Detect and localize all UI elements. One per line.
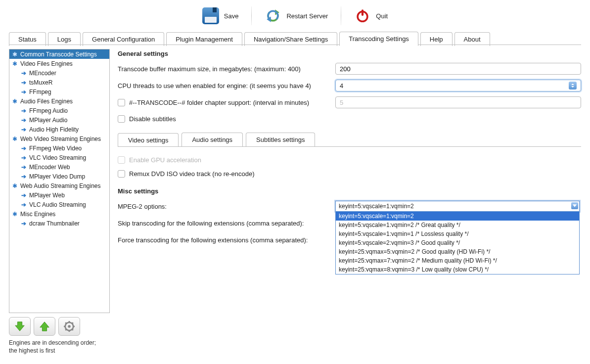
restart-label: Restart Server <box>286 12 328 20</box>
tree-label: Web Audio Streaming Engines <box>20 182 101 190</box>
subtab-subtitles-settings[interactable]: Subtitles settings <box>246 133 315 146</box>
gear-icon <box>64 321 75 332</box>
tree-label: MPlayer Audio <box>29 116 67 125</box>
tab-about[interactable]: About <box>454 32 490 46</box>
tree-item-vlc-audio-streaming[interactable]: ➔VLC Audio Streaming <box>9 200 109 209</box>
mpeg2-option-item[interactable]: keyint=5:vqscale=1:vqmin=1 /* Lossless q… <box>336 229 579 238</box>
mpeg2-option-item[interactable]: keyint=25:vqmax=7:vqmin=2 /* Medium qual… <box>336 256 579 265</box>
arrow-icon: ➔ <box>20 89 27 95</box>
mpeg2-option-item[interactable]: keyint=25:vqmax=8:vqmin=3 /* Low quality… <box>336 265 579 274</box>
cpu-threads-value: 4 <box>340 82 343 90</box>
arrow-icon: ➔ <box>20 145 27 152</box>
star-icon: ✱ <box>11 98 18 105</box>
cpu-threads-label: CPU threads to use when enabled for engi… <box>118 82 335 90</box>
tree-label: MPlayer Video Dump <box>29 172 85 181</box>
toolbar-separator <box>251 6 252 25</box>
main-tab-bar: Status Logs General Configuration Plugin… <box>0 30 590 46</box>
star-icon: ✱ <box>11 182 18 189</box>
disable-subtitles-checkbox[interactable] <box>118 115 125 123</box>
mpeg2-options-dropdown: keyint=5:vqscale=1:vqmin=2 keyint=5:vqsc… <box>335 211 580 274</box>
svg-line-14 <box>65 329 67 330</box>
subtab-video-settings[interactable]: Video settings <box>118 133 179 147</box>
chapter-interval-input[interactable] <box>335 96 581 108</box>
tree-item-tsmuxer[interactable]: ➔tsMuxeR <box>9 78 109 87</box>
tree-label: Common Transcode Settings <box>20 50 97 59</box>
tree-label: MEncoder <box>29 69 56 78</box>
tree-item-mplayer-video-dump[interactable]: ➔MPlayer Video Dump <box>9 172 109 181</box>
arrow-icon: ➔ <box>20 164 27 171</box>
engine-settings-button[interactable] <box>58 317 80 336</box>
tree-label: tsMuxeR <box>29 78 52 87</box>
tree-item-ffmpeg-audio[interactable]: ➔FFmpeg Audio <box>9 106 109 115</box>
tree-item-ffmpeg[interactable]: ➔FFmpeg <box>9 87 109 96</box>
tree-item-mencoder[interactable]: ➔MEncoder <box>9 68 109 78</box>
tree-label: Misc Engines <box>20 210 55 219</box>
tree-item-misc-engines[interactable]: ✱Misc Engines <box>9 209 109 219</box>
star-icon: ✱ <box>11 211 18 218</box>
buffer-size-input[interactable] <box>335 63 581 75</box>
mpeg2-option-item[interactable]: keyint=25:vqmax=5:vqmin=2 /* Good qualit… <box>336 247 579 256</box>
star-icon: ✱ <box>11 51 18 58</box>
mpeg2-options-value: keyint=5:vqscale=1:vqmin=2 <box>339 203 414 210</box>
svg-marker-18 <box>573 204 577 207</box>
main-toolbar: Save Restart Server Quit <box>0 0 590 30</box>
tree-item-web-audio-streaming-engines[interactable]: ✱Web Audio Streaming Engines <box>9 181 109 190</box>
tree-label: FFmpeg Web Video <box>29 144 82 153</box>
mpeg2-options-select[interactable]: keyint=5:vqscale=1:vqmin=2 <box>335 201 580 212</box>
common-transcode-settings-panel: General settings Transcode buffer maximu… <box>118 49 581 360</box>
cpu-threads-select[interactable]: 4 <box>335 80 581 91</box>
svg-line-15 <box>72 322 73 324</box>
engine-order-note: Engines are in descending order; the hig… <box>9 339 98 355</box>
tab-help[interactable]: Help <box>420 32 453 46</box>
tree-item-dcraw-thumbnailer[interactable]: ➔dcraw Thumbnailer <box>9 219 109 228</box>
misc-settings-heading: Misc settings <box>118 187 581 195</box>
tree-label: MEncoder Web <box>29 163 70 172</box>
engine-tree: ✱Common Transcode Settings ✱Video Files … <box>9 49 110 313</box>
quit-button[interactable]: Quit <box>347 5 395 27</box>
arrow-icon: ➔ <box>20 70 27 77</box>
tree-label: Web Video Streaming Engines <box>20 135 101 143</box>
subtab-audio-settings[interactable]: Audio settings <box>182 133 243 146</box>
tree-item-web-video-streaming-engines[interactable]: ✱Web Video Streaming Engines <box>9 134 109 143</box>
buffer-size-label: Transcode buffer maximum size, in megaby… <box>118 65 335 73</box>
tree-item-mplayer-web[interactable]: ➔MPlayer Web <box>9 190 109 200</box>
move-up-button[interactable] <box>34 317 55 336</box>
save-button[interactable]: Save <box>195 5 246 27</box>
tree-item-common-transcode-settings[interactable]: ✱Common Transcode Settings <box>9 49 109 59</box>
mpeg2-option-item[interactable]: keyint=5:vqscale=2:vqmin=3 /* Good quali… <box>336 238 579 247</box>
move-down-button[interactable] <box>9 317 31 336</box>
remux-dvd-iso-checkbox[interactable] <box>118 170 125 178</box>
tree-item-ffmpeg-web-video[interactable]: ➔FFmpeg Web Video <box>9 143 109 153</box>
tree-label: VLC Audio Streaming <box>29 200 86 209</box>
tab-general-configuration[interactable]: General Configuration <box>83 32 164 46</box>
tree-item-mencoder-web[interactable]: ➔MEncoder Web <box>9 162 109 172</box>
tab-plugin-management[interactable]: Plugin Management <box>166 32 242 46</box>
tree-item-audio-high-fidelity[interactable]: ➔Audio High Fidelity <box>9 125 109 134</box>
engine-order-buttons <box>9 317 111 336</box>
tree-label: Audio Files Engines <box>20 97 73 106</box>
svg-marker-17 <box>571 86 574 88</box>
svg-rect-3 <box>362 9 363 16</box>
tab-transcoding-settings[interactable]: Transcoding Settings <box>339 32 418 46</box>
settings-subtab-bar: Video settings Audio settings Subtitles … <box>118 133 581 146</box>
tree-item-vlc-video-streaming[interactable]: ➔VLC Video Streaming <box>9 153 109 162</box>
chevron-down-icon <box>571 202 578 209</box>
tree-item-mplayer-audio[interactable]: ➔MPlayer Audio <box>9 115 109 125</box>
tab-navigation-share-settings[interactable]: Navigation/Share Settings <box>244 32 337 46</box>
arrow-icon: ➔ <box>20 107 27 114</box>
tree-item-audio-files-engines[interactable]: ✱Audio Files Engines <box>9 96 109 106</box>
tree-item-video-files-engines[interactable]: ✱Video Files Engines <box>9 59 109 68</box>
disable-subtitles-label: Disable subtitles <box>129 115 176 123</box>
transcoding-settings-panel: ✱Common Transcode Settings ✱Video Files … <box>9 45 581 360</box>
mpeg2-option-item[interactable]: keyint=5:vqscale=1:vqmin=2 /* Great qual… <box>336 221 579 229</box>
save-icon <box>202 7 219 24</box>
tree-label: VLC Video Streaming <box>29 153 86 162</box>
tab-logs[interactable]: Logs <box>48 32 81 46</box>
arrow-icon: ➔ <box>20 201 27 208</box>
chapter-support-label: #--TRANSCODE--# folder chapter support: … <box>129 99 309 106</box>
chapter-support-checkbox[interactable] <box>118 99 125 106</box>
tab-status[interactable]: Status <box>9 32 46 46</box>
mpeg2-option-item[interactable]: keyint=5:vqscale=1:vqmin=2 <box>336 212 579 221</box>
restart-server-button[interactable]: Restart Server <box>258 5 335 27</box>
arrow-icon: ➔ <box>20 154 27 161</box>
